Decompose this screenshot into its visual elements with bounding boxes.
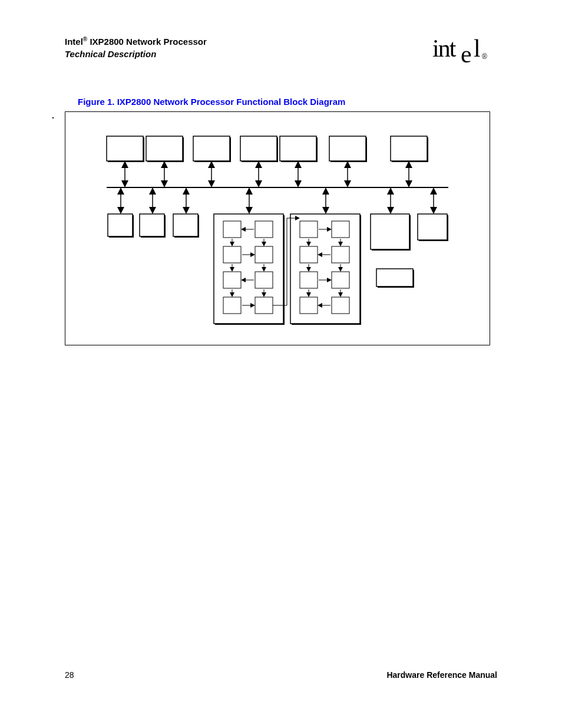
svg-text:®: ® [482, 52, 487, 61]
svg-rect-35 [108, 214, 133, 236]
block-diagram-frame [65, 111, 490, 345]
extra-block [376, 269, 414, 288]
svg-rect-43 [418, 214, 447, 240]
svg-rect-68 [300, 221, 318, 238]
svg-rect-48 [223, 221, 241, 238]
intel-logo: int e l ® [432, 35, 497, 71]
bottom-right-blocks [371, 214, 448, 251]
svg-rect-50 [223, 246, 241, 263]
svg-rect-37 [140, 214, 164, 236]
header-title-block: Intel® IXP2800 Network Processor Technic… [65, 35, 207, 60]
figure-caption: Figure 1. IXP2800 Network Processor Func… [78, 97, 497, 107]
stray-period: . [52, 111, 54, 120]
svg-rect-41 [371, 214, 409, 249]
header-line1: Intel® IXP2800 Network Processor [65, 35, 207, 48]
svg-rect-13 [240, 136, 277, 161]
header-product: IXP2800 Network Processor [87, 37, 207, 47]
svg-rect-17 [329, 136, 366, 161]
svg-rect-51 [255, 246, 273, 263]
page-footer: 28 Hardware Reference Manual [65, 670, 497, 680]
svg-text:l: l [474, 35, 480, 62]
svg-rect-69 [332, 221, 349, 238]
cluster-2 [290, 214, 361, 325]
svg-rect-54 [223, 297, 241, 314]
svg-rect-49 [255, 221, 273, 238]
svg-rect-9 [146, 136, 183, 161]
svg-text:int: int [432, 35, 457, 62]
svg-rect-53 [255, 272, 273, 288]
svg-rect-11 [193, 136, 230, 161]
page-header: Intel® IXP2800 Network Processor Technic… [65, 35, 497, 71]
svg-rect-71 [332, 246, 349, 263]
svg-rect-55 [255, 297, 273, 314]
header-brand: Intel [65, 37, 83, 47]
cluster-1 [214, 214, 285, 325]
top-row-blocks [107, 136, 428, 162]
svg-text:e: e [461, 41, 471, 65]
top-arrows [125, 163, 409, 186]
svg-rect-7 [107, 136, 143, 161]
svg-rect-70 [300, 246, 318, 263]
svg-rect-72 [300, 272, 318, 288]
svg-rect-45 [376, 269, 413, 286]
svg-rect-75 [332, 297, 349, 314]
page-number: 28 [65, 670, 74, 680]
svg-rect-39 [173, 214, 198, 236]
svg-rect-19 [391, 136, 427, 161]
svg-rect-74 [300, 297, 318, 314]
manual-title: Hardware Reference Manual [386, 670, 497, 680]
svg-rect-15 [280, 136, 316, 161]
header-subtitle: Technical Description [65, 48, 207, 60]
block-diagram-svg [65, 112, 490, 345]
bottom-left-blocks [108, 214, 199, 238]
svg-rect-73 [332, 272, 349, 288]
bottom-arrows [121, 189, 434, 212]
svg-rect-52 [223, 272, 241, 288]
